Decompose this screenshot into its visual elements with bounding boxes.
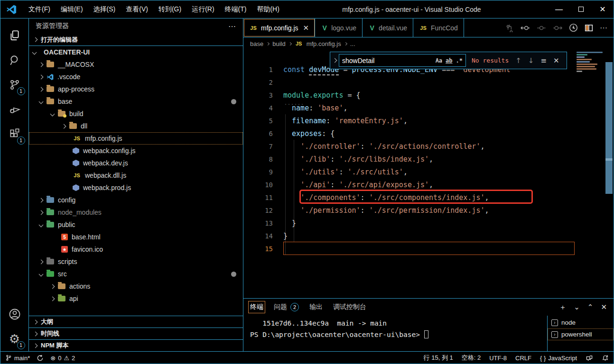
breadcrumb-base[interactable]: base bbox=[250, 40, 263, 47]
encoding[interactable]: UTF-8 bbox=[489, 355, 507, 362]
tree-folder-node-modules[interactable]: node_modules bbox=[29, 206, 243, 218]
timeline-section[interactable]: 时间线 bbox=[29, 328, 243, 339]
tree-folder-public[interactable]: public bbox=[29, 218, 243, 231]
tree-file-favicon[interactable]: ★ favicon.ico bbox=[29, 243, 243, 255]
next-change-icon[interactable] bbox=[553, 24, 562, 32]
code-line[interactable]: 14} bbox=[243, 229, 614, 242]
menu-file[interactable]: 文件(F) bbox=[23, 5, 56, 14]
previous-change-icon[interactable] bbox=[521, 24, 530, 32]
code-line[interactable]: 3module.exports = { bbox=[243, 89, 614, 101]
menu-run[interactable]: 运行(R) bbox=[186, 5, 219, 14]
toggle-replace-icon[interactable] bbox=[330, 52, 339, 69]
tree-file-webpack-dll[interactable]: JS webpack.dll.js bbox=[29, 169, 243, 182]
tab-close-icon[interactable]: ✕ bbox=[303, 24, 309, 32]
tree-folder-build[interactable]: build bbox=[29, 108, 243, 120]
tree-folder-config[interactable]: config bbox=[29, 194, 243, 206]
tree-folder-app-process[interactable]: app-process bbox=[29, 83, 243, 95]
minimap[interactable] bbox=[577, 52, 604, 73]
problems-indicator[interactable]: ⊗ 0 ⚠ 2 bbox=[50, 355, 75, 362]
breadcrumb-build[interactable]: build bbox=[272, 40, 285, 47]
open-editors-section[interactable]: 打开的编辑器 bbox=[29, 34, 243, 46]
find-in-selection-icon[interactable]: ≡ bbox=[540, 56, 547, 65]
menu-edit[interactable]: 编辑(E) bbox=[56, 5, 88, 14]
tab-terminal[interactable]: 终端 bbox=[250, 303, 263, 311]
tree-folder-dll[interactable]: dll bbox=[29, 120, 243, 132]
tree-file-webpack-dev[interactable]: webpack.dev.js bbox=[29, 157, 243, 169]
change-marker-icon[interactable] bbox=[537, 24, 546, 32]
tab-detail-vue[interactable]: V detail.vue bbox=[363, 18, 413, 37]
tree-folder-macosx[interactable]: __MACOSX bbox=[29, 58, 243, 71]
tree-file-base-html[interactable]: 5 base.html bbox=[29, 231, 243, 243]
language-mode[interactable]: { } JavaScript bbox=[540, 355, 577, 362]
close-button[interactable]: ✕ bbox=[592, 0, 614, 18]
cursor-position[interactable]: 行 15, 列 1 bbox=[424, 354, 453, 362]
whole-word-icon[interactable]: ab bbox=[446, 57, 452, 64]
search-icon[interactable] bbox=[3, 48, 26, 73]
terminal-item-powershell[interactable]: › powershell bbox=[548, 328, 614, 340]
find-previous-icon[interactable]: ↑ bbox=[515, 56, 521, 65]
explorer-icon[interactable] bbox=[3, 23, 26, 48]
terminal-dropdown-icon[interactable]: ⌄ bbox=[574, 303, 580, 312]
menu-help[interactable]: 帮助(H) bbox=[251, 5, 284, 14]
match-case-icon[interactable]: Aa bbox=[436, 57, 442, 64]
code-line[interactable]: 2 bbox=[243, 76, 614, 89]
tab-problems[interactable]: 问题 2 bbox=[274, 303, 299, 311]
regex-icon[interactable]: .* bbox=[456, 57, 463, 64]
tree-folder-vscode[interactable]: .vscode bbox=[29, 71, 243, 83]
run-timeline-icon[interactable] bbox=[569, 23, 578, 32]
menu-selection[interactable]: 选择(S) bbox=[88, 5, 121, 14]
tree-folder-actions[interactable]: actions bbox=[29, 280, 243, 292]
code-line[interactable]: 9 './utils': './src/utils', bbox=[243, 165, 614, 178]
tree-file-webpack-config[interactable]: webpack.config.js bbox=[29, 145, 243, 157]
code-line[interactable]: 5 filename: 'remoteEntry.js', bbox=[243, 114, 614, 127]
tab-mfp-config-js[interactable]: JS mfp.config.js ✕ bbox=[243, 18, 315, 37]
code-line[interactable]: 7 './controller': './src/actions/control… bbox=[243, 140, 614, 153]
git-branch-indicator[interactable]: main* bbox=[5, 354, 30, 362]
find-input[interactable] bbox=[342, 57, 432, 64]
indentation[interactable]: 空格: 2 bbox=[462, 354, 481, 362]
tree-file-webpack-prod[interactable]: webpack.prod.js bbox=[29, 182, 243, 194]
terminal-item-node[interactable]: › node bbox=[548, 317, 614, 328]
code-line[interactable]: 12 './permission': './src/permission/ind… bbox=[243, 204, 614, 217]
tree-folder-scripts[interactable]: scripts bbox=[29, 255, 243, 268]
settings-gear-icon[interactable]: ⚙ 1 bbox=[3, 327, 26, 351]
tree-folder-src[interactable]: src bbox=[29, 268, 243, 280]
terminal[interactable]: 151e7d6..134ec9a main -> main PS D:\apro… bbox=[243, 316, 614, 351]
code-editor[interactable]: 1const devMode = process.env.NODE_ENV ==… bbox=[243, 50, 614, 298]
extensions-icon[interactable]: 1 bbox=[3, 122, 26, 146]
menu-terminal[interactable]: 终端(T) bbox=[220, 5, 252, 14]
menu-goto[interactable]: 转到(G) bbox=[153, 5, 186, 14]
breadcrumb-file[interactable]: mfp.config.js bbox=[307, 40, 341, 47]
code-line[interactable]: 8 './lib': './src/libs/index.js', bbox=[243, 153, 614, 165]
close-panel-icon[interactable]: ✕ bbox=[601, 303, 607, 312]
code-line[interactable]: 10 './api': './src/api/expose.js', bbox=[243, 178, 614, 191]
tree-root-oacenter-ui[interactable]: OACENTER-UI bbox=[29, 46, 243, 58]
code-line[interactable]: 13 } bbox=[243, 217, 614, 229]
tree-file-mfp-config[interactable]: JS mfp.config.js bbox=[29, 132, 243, 145]
outline-section[interactable]: 大纲 bbox=[29, 316, 243, 328]
breadcrumb-symbol[interactable]: ... bbox=[350, 40, 355, 47]
maximize-panel-icon[interactable]: ⌃ bbox=[587, 303, 594, 312]
sync-indicator[interactable] bbox=[37, 355, 44, 362]
notifications-bell-icon[interactable] bbox=[602, 354, 609, 362]
tab-logo-vue[interactable]: V logo.vue bbox=[315, 18, 363, 37]
source-control-icon[interactable]: 1 bbox=[3, 73, 26, 97]
account-icon[interactable] bbox=[3, 302, 26, 327]
new-terminal-icon[interactable]: ＋ bbox=[559, 303, 566, 312]
npm-scripts-section[interactable]: NPM 脚本 bbox=[29, 339, 243, 351]
feedback-icon[interactable] bbox=[586, 355, 593, 362]
more-actions-icon[interactable]: ⋯ bbox=[228, 22, 236, 31]
menu-view[interactable]: 查看(V) bbox=[121, 5, 153, 14]
find-close-icon[interactable]: ✕ bbox=[553, 56, 559, 65]
tab-output[interactable]: 输出 bbox=[309, 303, 323, 311]
run-debug-icon[interactable] bbox=[3, 97, 26, 122]
editor-scrollbar[interactable] bbox=[605, 62, 613, 194]
find-next-icon[interactable]: ↓ bbox=[528, 56, 534, 65]
eol-sequence[interactable]: CRLF bbox=[515, 355, 531, 362]
split-editor-icon[interactable] bbox=[585, 24, 593, 32]
git-compare-icon[interactable] bbox=[505, 24, 514, 32]
tree-folder-base[interactable]: base bbox=[29, 95, 243, 108]
more-actions-icon[interactable]: ⋯ bbox=[600, 23, 608, 32]
maximize-button[interactable] bbox=[570, 0, 592, 18]
minimize-button[interactable]: — bbox=[548, 0, 570, 18]
